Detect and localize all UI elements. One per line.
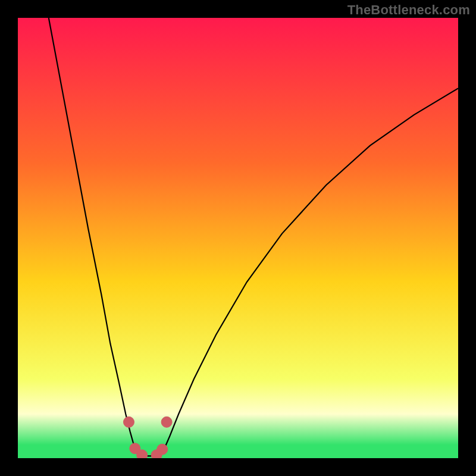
data-marker [157,444,168,455]
data-marker [161,416,172,427]
data-marker [137,450,148,458]
data-marker [123,416,134,427]
watermark-text: TheBottleneck.com [347,2,470,18]
chart-svg [18,18,458,458]
gradient-bg [18,18,458,458]
plot-area [18,18,458,458]
chart-frame: TheBottleneck.com [0,0,476,476]
